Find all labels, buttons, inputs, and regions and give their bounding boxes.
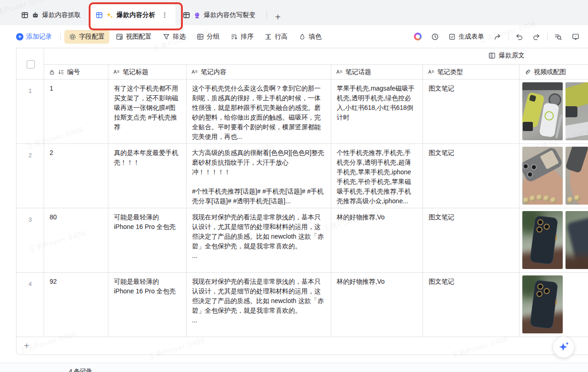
cell-number[interactable]: 1: [44, 80, 108, 144]
generate-form-button[interactable]: 生成表单: [448, 33, 484, 41]
group-icon: [197, 33, 204, 40]
fill-color-icon: [299, 33, 306, 40]
cell-type[interactable]: 图文笔记: [423, 273, 520, 337]
redo-icon[interactable]: [532, 33, 541, 41]
ai-gradient-icon[interactable]: [414, 33, 422, 40]
add-record-button[interactable]: + 添加记录: [16, 33, 52, 41]
tab-content-rewrite[interactable]: 爆款内容仿写裂变: [175, 5, 263, 25]
column-header-attachment[interactable]: 视频或配图: [520, 65, 588, 80]
filter-button[interactable]: 筛选: [163, 33, 186, 41]
attachment-thumbnail[interactable]: [522, 147, 563, 205]
sort-button[interactable]: 排序: [231, 33, 254, 41]
cell-number[interactable]: 92: [44, 273, 108, 337]
comment-icon[interactable]: [571, 33, 580, 41]
cell-attachments[interactable]: [520, 273, 588, 337]
cell-topics[interactable]: 个性手机壳推荐,手机壳,手机壳分享,透明手机壳,超薄手机壳,苹果手机壳,ipho…: [331, 144, 423, 208]
attachment-thumbnail[interactable]: [522, 211, 563, 269]
view-config-icon: [116, 33, 123, 40]
table-row: 3 80 可能是最轻薄的 iPhone 16 Pro 全包壳 我现在对保护壳的看…: [17, 208, 588, 273]
filter-funnel-icon: [163, 33, 170, 40]
tab-bar: 爆款内容抓取 爆款内容分析 ⋮ 爆款内容仿写裂变 +: [0, 0, 588, 25]
cell-title[interactable]: 有了这个手机壳都不用买支架了，还不影响磁吸再送一张钢化膜#图拉斯支点壳 #手机壳…: [108, 80, 187, 144]
history-clock-icon[interactable]: [431, 33, 439, 41]
field-config-button[interactable]: 字段配置: [64, 30, 109, 44]
undo-icon[interactable]: [515, 33, 523, 41]
column-header-row: 编号 笔记标题 笔记内容 笔记话题 笔记类型 视频或配图: [17, 65, 588, 80]
attachment-thumbnail[interactable]: [565, 82, 588, 140]
cell-attachments[interactable]: [520, 144, 588, 208]
select-all-checkbox[interactable]: [27, 60, 35, 69]
tab-more-menu-icon[interactable]: ⋮: [161, 11, 168, 19]
attachment-thumbnail[interactable]: [522, 275, 563, 333]
add-table-button[interactable]: +: [275, 12, 281, 22]
column-group-label[interactable]: 爆款原文: [488, 52, 525, 60]
group-header-row: 爆款原文: [17, 48, 588, 65]
column-header-title[interactable]: 笔记标题: [108, 65, 187, 80]
row-index[interactable]: 4: [17, 273, 44, 337]
table-row: 2 2 真的是本年度最爱手机壳！！！ 大方高级的质感真的很耐看[色色R][色色R…: [17, 144, 588, 208]
table-row: 1 1 有了这个手机壳都不用买支架了，还不影响磁吸再送一张钢化膜#图拉斯支点壳 …: [17, 80, 588, 144]
generate-form-icon: [448, 33, 456, 40]
cell-topics[interactable]: 林的好物推荐,Vo: [331, 273, 423, 337]
cell-title[interactable]: 可能是最轻薄的 iPhone 16 Pro 全包壳: [108, 208, 187, 273]
view-toolbar: + 添加记录 字段配置 视图配置 筛选 分组 排序 行高 填色 生成表单: [0, 25, 588, 48]
attachment-thumbnail[interactable]: [522, 82, 563, 140]
add-row-strip: +: [17, 337, 588, 355]
cell-topics[interactable]: 林的好物推荐,Vo: [331, 208, 423, 273]
tab-label: 爆款内容分析: [117, 11, 155, 19]
cell-attachments[interactable]: [520, 80, 588, 144]
tab-divider: [266, 11, 267, 19]
column-header-topics[interactable]: 笔记话题: [331, 65, 423, 80]
cell-number[interactable]: 80: [44, 208, 108, 273]
cell-title[interactable]: 真的是本年度最爱手机壳！！！: [108, 144, 187, 208]
fill-color-button[interactable]: 填色: [299, 33, 322, 41]
column-header-number[interactable]: 编号: [44, 65, 108, 80]
text-field-icon: [336, 69, 343, 75]
ai-assistant-button[interactable]: [553, 337, 574, 358]
toolbar-divider: [547, 33, 548, 40]
cell-number[interactable]: 2: [44, 144, 108, 208]
table-grid-icon: [21, 11, 28, 19]
record-count[interactable]: 4 条记录: [69, 367, 92, 372]
tab-label: 爆款内容抓取: [42, 11, 81, 19]
search-in-view-icon[interactable]: [554, 33, 562, 41]
column-header-content[interactable]: 笔记内容: [187, 65, 331, 80]
row-height-button[interactable]: 行高: [265, 33, 288, 41]
cell-type[interactable]: 图文笔记: [423, 144, 520, 208]
view-config-button[interactable]: 视图配置: [116, 33, 152, 41]
cell-type[interactable]: 图文笔记: [423, 208, 520, 273]
cell-content[interactable]: 这个手机壳凭什么卖这么贵啊？拿到它的那一刻呢，质感真的很好，带上手机的时候，一体…: [187, 80, 331, 144]
ai-sparkle-icon: [558, 342, 569, 353]
cell-content[interactable]: 我现在对保护壳的看法是非常肤浅的，基本只认设计，尤其是细节的处理和材料的运用，这…: [187, 208, 331, 273]
cell-topics[interactable]: 苹果手机壳,magsafe磁吸手机壳,透明手机壳,绿色控必入,小红书618,小红…: [331, 80, 423, 144]
toolbar-right-group: 生成表单: [414, 33, 580, 41]
status-bar: 4 条记录: [0, 363, 588, 372]
cell-type[interactable]: 图文笔记: [423, 80, 520, 144]
cell-content[interactable]: 大方高级的质感真的很耐看[色色R][色色R]整壳磨砂材质抗指纹手汗，大汗手放心冲…: [187, 144, 331, 208]
attachment-thumbnail[interactable]: [565, 211, 588, 269]
share-icon[interactable]: [493, 33, 502, 41]
cell-title[interactable]: 可能是最轻薄的 iPhone 16 Pro 全包壳: [108, 273, 187, 337]
row-index[interactable]: 2: [17, 144, 44, 208]
column-group-icon: [488, 52, 496, 59]
column-header-type[interactable]: 笔记类型: [423, 65, 520, 80]
toolbar-divider: [60, 33, 61, 40]
tab-content-analysis[interactable]: 爆款内容分析 ⋮: [88, 5, 175, 25]
bitable-grid: 爆款原文 编号 笔记标题 笔记内容 笔记话题 笔记类型 视频或配图: [16, 48, 588, 355]
cell-content[interactable]: 我现在对保护壳的看法是非常肤浅的，基本只认设计，尤其是细节的处理和材料的运用，这…: [187, 273, 331, 337]
auto-number-icon: [58, 69, 64, 75]
gear-icon: [69, 33, 76, 40]
group-button[interactable]: 分组: [197, 33, 220, 41]
tab-content-scrape[interactable]: 爆款内容抓取: [14, 5, 88, 25]
row-index[interactable]: 1: [17, 80, 44, 144]
text-field-icon: [113, 69, 120, 75]
text-field-icon: [191, 69, 198, 75]
cell-attachments[interactable]: [520, 208, 588, 273]
toolbar-divider: [508, 33, 509, 40]
attachment-thumbnail[interactable]: [565, 147, 588, 205]
add-row-button[interactable]: +: [17, 337, 588, 355]
tab-label: 爆款内容仿写裂变: [204, 11, 255, 19]
table-grid-icon: [183, 11, 190, 19]
crystal-ball-emoji-icon: [193, 11, 201, 19]
row-index[interactable]: 3: [17, 208, 44, 273]
